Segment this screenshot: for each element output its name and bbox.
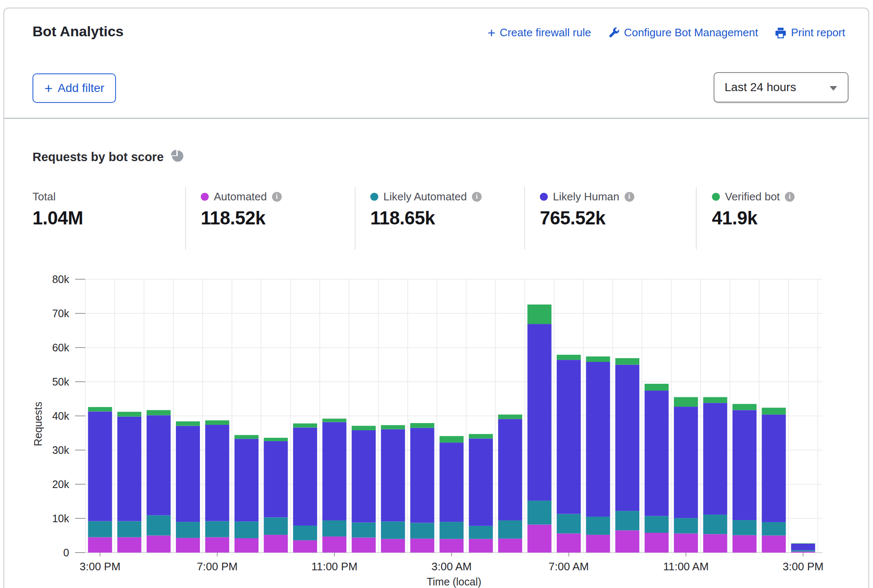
info-icon[interactable]: i [785,192,795,202]
bar-3-00-pm[interactable] [791,543,815,553]
stat-value: 1.04M [32,208,83,229]
bar-8-00-am[interactable] [586,356,610,553]
bar-2-00-am[interactable] [410,423,434,553]
bar-segment-verified-bot [644,384,668,391]
wrench-icon [608,27,620,39]
bar-segment-likely-human [733,410,757,520]
bar-10-00-pm[interactable] [293,423,317,553]
bar-segment-likely-automated [293,526,317,540]
y-axis-label: 40k [52,410,70,422]
stat-total: Total1.04M [32,190,83,229]
bar-segment-verified-bot [381,425,405,429]
bar-segment-likely-human [674,407,698,518]
bar-segment-automated [234,538,259,553]
bar-segment-likely-human [557,360,581,514]
info-icon[interactable]: i [625,192,634,202]
stat-label: Likely Human [553,190,620,203]
bar-segment-likely-human [205,425,229,521]
bar-segment-verified-bot [674,397,698,407]
configure-bot-management-label: Configure Bot Management [624,26,758,39]
bar-6-00-am[interactable] [528,305,552,553]
x-axis-label: 11:00 AM [663,560,709,573]
bar-segment-likely-automated [147,515,171,536]
bar-segment-automated [352,537,376,553]
add-filter-button[interactable]: + Add filter [32,73,116,103]
bar-segment-verified-bot [586,356,610,362]
bar-segment-verified-bot [234,435,259,439]
bar-segment-automated [469,539,493,553]
plus-icon: + [488,28,496,38]
stat-likely-human: Likely Humani765.52k [540,190,634,229]
print-report-label: Print report [791,26,845,39]
bar-segment-automated [293,540,317,553]
bot-analytics-page: Bot Analytics + Create firewall rule Con… [0,0,873,588]
bar-segment-verified-bot [205,421,229,425]
bar-7-00-pm[interactable] [205,421,229,553]
time-range-select[interactable]: Last 24 hours [714,72,849,102]
bar-2-00-pm[interactable] [762,408,786,553]
bar-segment-verified-bot [557,355,581,360]
bar-8-00-pm[interactable] [234,435,259,553]
bar-segment-likely-human [498,419,522,521]
bar-segment-automated [586,535,610,553]
bar-segment-likely-automated [439,522,463,539]
bar-3-00-pm[interactable] [88,407,112,553]
stat-verified-bot: Verified boti41.9k [712,190,795,229]
bar-12-00-am[interactable] [352,426,376,553]
bar-segment-verified-bot [528,305,552,324]
bar-segment-likely-human [791,544,815,550]
bar-segment-automated [88,537,112,553]
bar-9-00-pm[interactable] [264,438,288,553]
bar-segment-likely-automated [264,518,288,535]
bar-segment-verified-bot [176,421,200,426]
bar-segment-verified-bot [733,404,757,410]
configure-bot-management-link[interactable]: Configure Bot Management [608,26,758,39]
bar-segment-automated [762,536,786,553]
bar-11-00-am[interactable] [674,397,698,553]
legend-dot [370,193,378,201]
bar-1-00-am[interactable] [381,425,405,553]
x-axis-label: 3:00 PM [783,560,824,573]
bar-segment-likely-automated [352,523,376,538]
bar-segment-likely-human [264,441,288,518]
bar-segment-automated [674,534,698,553]
bar-segment-likely-automated [176,522,200,538]
bar-9-00-am[interactable] [615,358,639,553]
bar-segment-automated [176,538,200,553]
bar-7-00-am[interactable] [557,355,581,553]
stat-label: Automated [214,190,267,203]
bar-4-00-pm[interactable] [117,412,141,553]
bar-5-00-pm[interactable] [147,410,171,553]
stat-label: Total [32,190,56,203]
bar-5-00-am[interactable] [498,415,522,553]
info-icon[interactable]: i [472,192,482,202]
info-icon[interactable]: i [272,192,282,202]
pie-chart-icon [170,149,184,165]
bar-segment-likely-automated [733,520,757,535]
bar-segment-verified-bot [410,423,434,428]
bar-4-00-am[interactable] [469,434,493,553]
legend-dot [201,193,209,201]
stat-value: 118.65k [370,208,482,229]
bar-10-00-am[interactable] [644,384,668,553]
print-report-link[interactable]: Print report [775,26,845,39]
requests-chart[interactable]: 010k20k30k40k50k60k70k80k3:00 PM7:00 PM1… [0,266,873,588]
bar-6-00-pm[interactable] [176,421,200,553]
chart-bars [88,305,815,553]
x-axis-label: 7:00 PM [197,560,238,573]
y-axis-label: 60k [52,342,70,353]
x-axis-label: 3:00 PM [80,560,121,573]
stat-label: Likely Automated [383,190,467,203]
bar-segment-likely-automated [410,523,434,539]
bar-segment-automated [557,534,581,553]
bar-11-00-pm[interactable] [322,418,346,553]
create-firewall-rule-link[interactable]: + Create firewall rule [488,26,591,39]
bar-12-00-pm[interactable] [703,397,727,553]
bar-segment-verified-bot [615,358,639,364]
bar-3-00-am[interactable] [439,436,463,553]
bar-1-00-pm[interactable] [733,404,757,553]
bar-segment-likely-automated [469,526,493,539]
bar-segment-automated [264,535,288,553]
x-axis-label: 7:00 AM [549,560,589,573]
bar-segment-likely-automated [88,521,112,537]
